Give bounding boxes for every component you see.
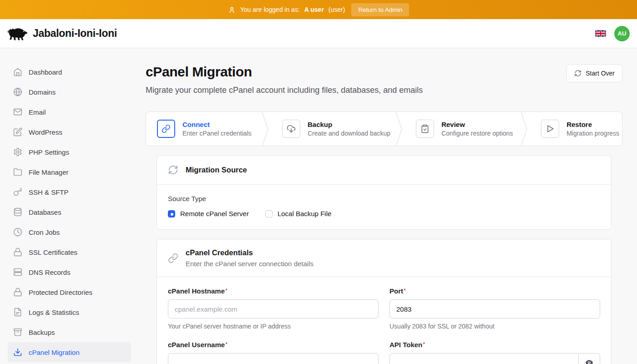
refresh-icon	[574, 70, 581, 77]
sidebar-item-label: SSL Certificates	[29, 248, 77, 256]
field-api-token: API Token*	[389, 341, 600, 364]
lock-icon	[13, 288, 22, 297]
radio-remote-cpanel-server[interactable]: Remote cPanel Server	[168, 210, 249, 217]
sidebar-item-domains[interactable]: Domains	[8, 82, 131, 102]
page-title: cPanel Migration	[146, 64, 423, 80]
language-flag-icon[interactable]	[595, 30, 606, 37]
app-header: Jabaloni-Ioni-Ioni AU	[0, 19, 637, 48]
step-subtitle: Enter cPanel credentials	[182, 130, 252, 137]
required-marker: *	[225, 287, 228, 294]
sidebar-item-backups[interactable]: Backups	[8, 322, 131, 342]
port-label: Port	[389, 287, 403, 295]
required-marker: *	[404, 287, 406, 294]
radio-unselected-icon[interactable]	[265, 210, 273, 217]
radio-local-backup-file[interactable]: Local Backup File	[265, 210, 331, 217]
step-restore[interactable]: RestoreMigration progress	[530, 112, 622, 146]
field-cpanel-hostname: cPanel Hostname* Your cPanel server host…	[168, 287, 379, 330]
hostname-label: cPanel Hostname	[168, 287, 225, 295]
gear-icon	[13, 147, 22, 157]
step-backup[interactable]: BackupCreate and download backup	[271, 112, 395, 146]
sidebar-item-label: File Manager	[29, 168, 69, 176]
key-icon	[13, 187, 22, 197]
brand: Jabaloni-Ioni-Ioni	[7, 25, 117, 43]
step-separator	[520, 112, 530, 146]
sidebar-item-cron-jobs[interactable]: Cron Jobs	[8, 222, 131, 242]
step-title: Backup	[308, 121, 390, 128]
radio-label: Local Backup File	[278, 210, 331, 217]
folder-icon	[13, 167, 22, 177]
logged-in-user: A user	[304, 6, 324, 13]
migration-source-card: Migration Source Source Type Remote cPan…	[157, 155, 612, 230]
eye-icon	[585, 358, 594, 364]
step-separator	[395, 112, 405, 146]
sidebar-item-php-settings[interactable]: PHP Settings	[8, 142, 131, 162]
sidebar-item-label: WordPress	[29, 128, 62, 136]
sidebar-item-dns-records[interactable]: DNS Records	[8, 262, 131, 282]
sidebar-item-email[interactable]: Email	[8, 102, 131, 122]
sidebar-item-cpanel-migration[interactable]: cPanel Migration	[8, 342, 131, 362]
step-title: Restore	[566, 121, 619, 128]
hostname-input[interactable]	[168, 299, 379, 318]
sidebar-item-label: cPanel Migration	[29, 349, 80, 356]
sidebar-item-label: Cron Jobs	[29, 228, 60, 236]
sidebar-item-label: Databases	[29, 208, 61, 216]
refresh-icon	[168, 165, 178, 175]
username-input[interactable]	[168, 353, 379, 364]
sidebar-item-protected-directories[interactable]: Protected Directories	[8, 282, 131, 302]
radio-label: Remote cPanel Server	[180, 210, 249, 217]
home-icon	[13, 67, 22, 76]
step-subtitle: Configure restore options	[441, 130, 513, 137]
globe-icon	[13, 87, 22, 96]
sidebar-item-ssh-sftp[interactable]: SSH & SFTP	[8, 182, 131, 202]
admin-impersonation-bar: You are logged in as: A user (user) Retu…	[0, 0, 637, 19]
sidebar: Dashboard Domains Email WordPress PHP Se…	[0, 48, 139, 364]
sidebar-item-wordpress[interactable]: WordPress	[8, 122, 131, 142]
sidebar-item-label: PHP Settings	[29, 148, 69, 156]
sidebar-item-ssl-certificates[interactable]: SSL Certificates	[8, 242, 131, 262]
file-text-icon	[13, 308, 22, 317]
logged-in-message: You are logged in as: A user (user)	[228, 6, 345, 14]
link-icon	[157, 120, 175, 138]
sidebar-item-label: Dashboard	[29, 68, 62, 76]
avatar[interactable]: AU	[614, 26, 630, 41]
clock-icon	[13, 228, 22, 237]
cpanel-credentials-card: cPanel Credentials Enter the cPanel serv…	[157, 239, 612, 364]
sidebar-item-label: DNS Records	[29, 268, 71, 276]
step-title: Connect	[182, 121, 252, 128]
step-subtitle: Migration progress	[566, 130, 619, 137]
sidebar-item-databases[interactable]: Databases	[8, 202, 131, 222]
page-subtitle: Migrate your complete cPanel account inc…	[146, 86, 423, 95]
sidebar-item-label: Protected Directories	[29, 288, 92, 296]
mail-icon	[13, 107, 22, 116]
radio-selected-icon[interactable]	[168, 210, 175, 217]
database-icon	[13, 207, 22, 217]
server-icon	[13, 268, 22, 277]
logged-in-prefix: You are logged in as:	[240, 6, 300, 13]
sidebar-item-file-manager[interactable]: File Manager	[8, 162, 131, 182]
start-over-button[interactable]: Start Over	[566, 64, 622, 82]
sidebar-item-logs-statistics[interactable]: Logs & Statistics	[8, 302, 131, 322]
sidebar-item-label: Backups	[29, 329, 55, 336]
sidebar-item-label: Domains	[29, 88, 56, 96]
sidebar-item-dashboard[interactable]: Dashboard	[8, 62, 131, 82]
return-to-admin-button[interactable]: Return to Admin	[351, 3, 409, 16]
main-content: cPanel Migration Migrate your complete c…	[139, 48, 637, 364]
link-icon	[168, 253, 178, 263]
step-title: Review	[441, 121, 513, 128]
port-input[interactable]	[389, 299, 600, 318]
required-marker: *	[225, 341, 228, 348]
api-token-input[interactable]	[389, 353, 579, 364]
migration-source-title: Migration Source	[186, 166, 247, 174]
play-icon	[541, 120, 559, 138]
user-icon	[228, 6, 236, 14]
sidebar-item-label: SSH & SFTP	[29, 188, 69, 196]
step-review[interactable]: ReviewConfigure restore options	[405, 112, 520, 146]
field-port: Port* Usually 2083 for SSL or 2082 witho…	[389, 287, 600, 330]
toggle-password-visibility-button[interactable]	[579, 353, 600, 364]
required-marker: *	[423, 341, 425, 348]
archive-icon	[13, 328, 22, 337]
step-connect[interactable]: ConnectEnter cPanel credentials	[146, 112, 261, 146]
sidebar-item-label: Logs & Statistics	[29, 308, 79, 316]
username-label: cPanel Username	[168, 341, 225, 349]
api-token-label: API Token	[389, 341, 422, 349]
